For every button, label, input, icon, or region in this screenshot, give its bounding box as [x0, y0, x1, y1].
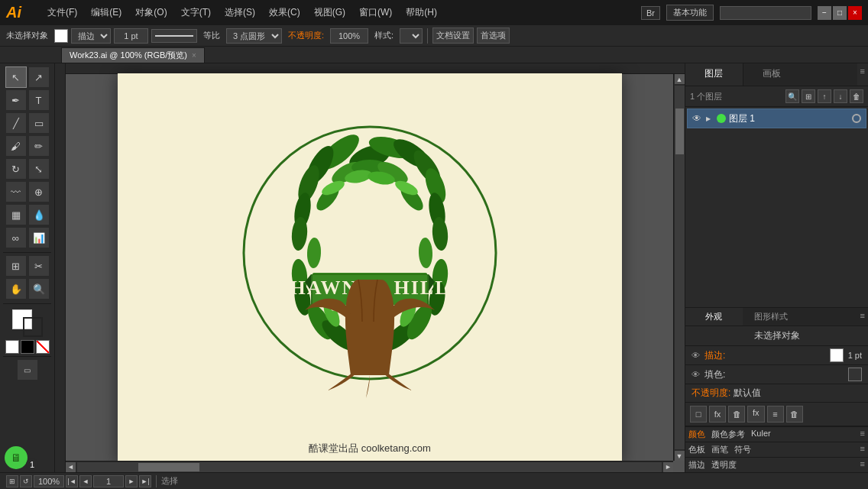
layer-1[interactable]: 👁 ▶ 图层 1: [687, 108, 866, 128]
scroll-down-btn[interactable]: ▼: [675, 451, 685, 461]
tab-close-1[interactable]: ×: [192, 51, 196, 60]
horizontal-scrollbar[interactable]: ◄ ►: [66, 461, 673, 472]
scroll-thumb-v[interactable]: [675, 108, 684, 154]
menu-edit[interactable]: 编辑(E): [85, 3, 128, 22]
layer-search-btn[interactable]: 🔍: [785, 89, 799, 103]
maximize-button[interactable]: □: [833, 6, 847, 20]
pencil-tool[interactable]: ✏: [28, 135, 50, 157]
none-color[interactable]: [36, 340, 50, 354]
select-tool[interactable]: ↖: [5, 66, 27, 88]
line-tool[interactable]: ╱: [5, 112, 27, 134]
default-colors[interactable]: [5, 340, 19, 354]
screen-mode-btn[interactable]: ▭: [17, 359, 38, 381]
appearance-tab[interactable]: 外观: [685, 308, 743, 325]
first-page-btn[interactable]: |◄: [66, 475, 78, 487]
hand-tool[interactable]: ✋: [5, 278, 27, 300]
layers-tab[interactable]: 图层: [685, 63, 743, 86]
swatch-panel-menu[interactable]: ≡: [857, 442, 868, 457]
new-layer-btn[interactable]: □: [690, 406, 707, 423]
scroll-right-btn[interactable]: ►: [663, 462, 673, 472]
blend-tool[interactable]: ∞: [5, 227, 27, 248]
menu-object[interactable]: 对象(O): [129, 3, 173, 22]
brush-tab[interactable]: 画笔: [708, 442, 731, 457]
menu-text[interactable]: 文字(T): [175, 3, 217, 22]
layer-move-up-btn[interactable]: ↑: [818, 89, 831, 103]
fx-btn[interactable]: fx: [747, 406, 765, 423]
menu-file[interactable]: 文件(F): [41, 3, 83, 22]
scale-tool[interactable]: ⤡: [28, 158, 50, 180]
transparency-tab[interactable]: 透明度: [708, 458, 740, 472]
chart-tool[interactable]: 📊: [28, 227, 50, 248]
direct-select-tool[interactable]: ↗: [28, 66, 50, 88]
layer-visibility-1[interactable]: 👁: [691, 112, 703, 125]
paintbrush-tool[interactable]: 🖌: [5, 135, 27, 157]
add-item-btn[interactable]: ≡: [767, 406, 784, 423]
fill-swatch[interactable]: [848, 368, 862, 381]
scissors-tool[interactable]: ✂: [28, 255, 50, 277]
duplicate-btn[interactable]: 🗑: [728, 406, 745, 423]
layer-options-btn[interactable]: ⊞: [802, 89, 815, 103]
search-input[interactable]: [720, 6, 811, 20]
preferences-button[interactable]: 首选项: [477, 28, 510, 44]
stroke-color[interactable]: [23, 317, 43, 337]
doc-settings-button[interactable]: 文档设置: [432, 28, 474, 44]
shape-builder-tool[interactable]: ⊕: [28, 181, 50, 202]
fill-eye[interactable]: 👁: [691, 370, 700, 379]
menu-view[interactable]: 视图(G): [308, 3, 351, 22]
zoom-input[interactable]: 100%: [34, 475, 64, 487]
last-page-btn[interactable]: ►|: [139, 475, 151, 487]
stroke-swatch[interactable]: [830, 348, 844, 362]
activity-icon[interactable]: 🖥: [5, 446, 28, 469]
stroke-style-select[interactable]: 描边: [71, 28, 111, 44]
menu-effect[interactable]: 效果(C): [263, 3, 306, 22]
kuler-tab[interactable]: Kuler: [748, 427, 774, 442]
swatch-tab[interactable]: 色板: [685, 442, 708, 457]
menu-window[interactable]: 窗口(W): [353, 3, 398, 22]
menu-help[interactable]: 帮助(H): [400, 3, 443, 22]
prev-page-btn[interactable]: ◄: [79, 475, 92, 487]
bridge-button[interactable]: Br: [641, 6, 660, 20]
rotate-tool[interactable]: ↻: [5, 158, 27, 180]
pen-tool[interactable]: ✒: [5, 89, 27, 111]
color-ref-tab[interactable]: 颜色参考: [708, 427, 748, 442]
layer-lock-1[interactable]: [850, 112, 863, 125]
minimize-button[interactable]: −: [818, 6, 831, 20]
app-panel-menu[interactable]: ≡: [857, 308, 868, 325]
stroke-panel-tab[interactable]: 描边: [685, 458, 708, 472]
color-tab[interactable]: 颜色: [685, 427, 708, 442]
status-btn-2[interactable]: ↺: [20, 475, 32, 487]
color-panel-menu[interactable]: ≡: [857, 427, 868, 442]
graphic-styles-tab[interactable]: 图形样式: [743, 308, 800, 325]
shape-select[interactable]: 3 点圆形: [226, 28, 282, 44]
zoom-tool[interactable]: 🔍: [28, 278, 50, 300]
gradient-tool[interactable]: ▦: [5, 204, 27, 225]
vertical-scrollbar[interactable]: ▲ ▼: [673, 74, 685, 461]
symbol-tab[interactable]: 符号: [731, 442, 754, 457]
panel-menu-btn[interactable]: ≡: [857, 63, 868, 86]
layer-trash-btn[interactable]: 🗑: [850, 89, 863, 103]
eyedropper-tool[interactable]: 💧: [28, 204, 50, 225]
warp-tool[interactable]: 〰: [5, 181, 27, 202]
delete-btn[interactable]: fx: [709, 406, 726, 423]
document-tab-1[interactable]: Work23.ai @ 100% (RGB/预览) ×: [61, 47, 205, 63]
page-input[interactable]: [93, 475, 124, 487]
canvas-area[interactable]: SHAWNEE HILLS OUTDOORS: [55, 63, 685, 472]
trash-app-btn[interactable]: 🗑: [786, 406, 803, 423]
scroll-left-btn[interactable]: ◄: [66, 462, 76, 472]
rect-tool[interactable]: ▭: [28, 112, 50, 134]
text-tool[interactable]: T: [28, 89, 50, 111]
stroke-panel-menu[interactable]: ≡: [857, 458, 868, 472]
opacity-input[interactable]: [330, 28, 368, 44]
stroke-label[interactable]: 描边:: [704, 349, 825, 362]
next-page-btn[interactable]: ►: [125, 475, 138, 487]
scroll-up-btn[interactable]: ▲: [675, 74, 685, 84]
status-btn-1[interactable]: ⊞: [6, 475, 18, 487]
stroke-eye[interactable]: 👁: [691, 351, 700, 360]
artboard-tool[interactable]: ⊞: [5, 255, 27, 277]
menu-select[interactable]: 选择(S): [219, 3, 261, 22]
layer-move-down-btn[interactable]: ↓: [834, 89, 847, 103]
fill-swatch-toolbar[interactable]: [54, 29, 68, 43]
fill-label[interactable]: 填色:: [704, 368, 844, 381]
layer-expand-1[interactable]: ▶: [706, 115, 714, 122]
style-select[interactable]: [400, 28, 423, 44]
